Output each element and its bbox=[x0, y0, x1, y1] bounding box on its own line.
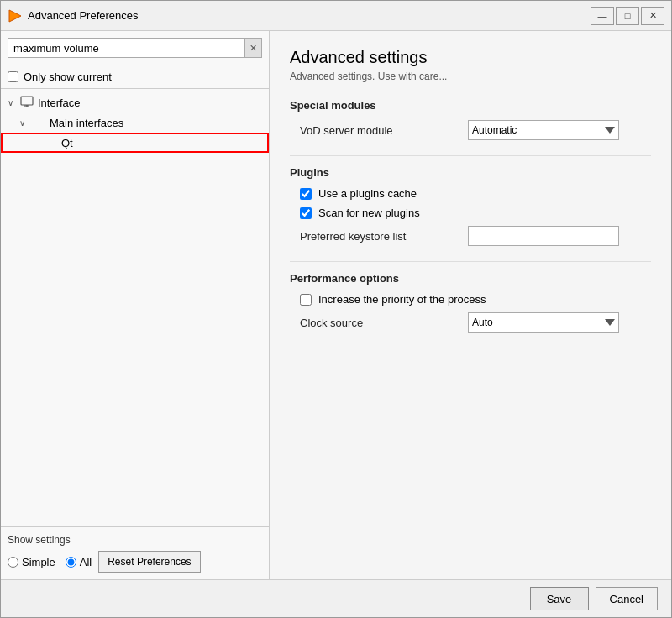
radio-simple-label: Simple bbox=[22, 556, 55, 568]
scan-new-plugins-row: Scan for new plugins bbox=[290, 207, 651, 219]
svg-marker-0 bbox=[9, 10, 21, 22]
footer: Save Cancel bbox=[1, 579, 671, 617]
main-content: ✕ Only show current ∨ bbox=[1, 31, 671, 579]
increase-priority-label: Increase the priority of the process bbox=[318, 293, 486, 306]
right-panel: Advanced settings Advanced settings. Use… bbox=[270, 31, 671, 579]
search-clear-button[interactable]: ✕ bbox=[245, 38, 262, 58]
clock-source-label: Clock source bbox=[300, 317, 468, 329]
svg-rect-2 bbox=[21, 97, 33, 105]
tree-item-interface[interactable]: ∨ Interface bbox=[1, 92, 269, 113]
cancel-button[interactable]: Cancel bbox=[596, 587, 658, 610]
maximize-button[interactable]: □ bbox=[616, 7, 639, 25]
vod-server-row: VoD server module Automatic None Other bbox=[290, 120, 651, 140]
section-title-special-modules: Special modules bbox=[290, 99, 651, 112]
tree-item-qt[interactable]: Qt bbox=[1, 133, 269, 153]
keystore-input[interactable] bbox=[468, 226, 619, 246]
radio-all-label: All bbox=[80, 556, 92, 568]
clock-source-dropdown[interactable]: Auto System Monotonic bbox=[468, 312, 619, 333]
tree-item-main-interfaces[interactable]: ∨ Main interfaces bbox=[1, 113, 269, 133]
show-settings-label: Show settings bbox=[8, 534, 262, 546]
tree-label-interface: Interface bbox=[38, 97, 81, 109]
divider-2 bbox=[290, 261, 651, 262]
tree-area: ∨ Interface ∨ Main interfaces bbox=[1, 89, 269, 526]
section-performance: Performance options Increase the priorit… bbox=[290, 272, 651, 333]
radio-simple-input[interactable] bbox=[8, 557, 18, 568]
search-input[interactable] bbox=[8, 38, 245, 58]
keystore-label: Preferred keystore list bbox=[300, 230, 468, 243]
tree-arrow-main-interfaces: ∨ bbox=[19, 118, 31, 128]
scan-new-plugins-checkbox[interactable] bbox=[300, 207, 312, 219]
vod-server-label: VoD server module bbox=[300, 124, 468, 137]
bottom-left: Show settings Simple All Reset Preferenc… bbox=[1, 526, 269, 579]
right-panel-title: Advanced settings bbox=[290, 48, 651, 67]
section-title-performance: Performance options bbox=[290, 272, 651, 285]
right-panel-subtitle: Advanced settings. Use with care... bbox=[290, 71, 651, 82]
reset-preferences-button[interactable]: Reset Preferences bbox=[98, 551, 200, 573]
tree-label-qt: Qt bbox=[61, 137, 73, 149]
vod-server-control: Automatic None Other bbox=[468, 120, 651, 140]
minimize-button[interactable]: — bbox=[591, 7, 614, 25]
radio-all[interactable]: All bbox=[66, 556, 92, 568]
only-show-current-row: Only show current bbox=[1, 65, 269, 89]
tree-arrow-interface: ∨ bbox=[8, 98, 19, 107]
app-icon bbox=[8, 8, 23, 24]
save-button[interactable]: Save bbox=[530, 587, 589, 610]
left-panel: ✕ Only show current ∨ bbox=[1, 31, 270, 579]
tree-label-main-interfaces: Main interfaces bbox=[50, 117, 123, 129]
only-show-current-label: Only show current bbox=[24, 71, 112, 83]
main-interfaces-icon bbox=[31, 115, 46, 130]
radio-all-input[interactable] bbox=[66, 557, 76, 568]
section-title-plugins: Plugins bbox=[290, 166, 651, 179]
increase-priority-row: Increase the priority of the process bbox=[290, 293, 651, 306]
show-settings-row: Simple All Reset Preferences bbox=[8, 551, 262, 573]
only-show-current-checkbox[interactable] bbox=[8, 71, 18, 82]
radio-group: Simple All bbox=[8, 556, 92, 568]
interface-icon bbox=[19, 95, 34, 110]
clock-source-control: Auto System Monotonic bbox=[468, 312, 651, 333]
window-title: Advanced Preferences bbox=[28, 9, 591, 22]
main-window: Advanced Preferences — □ ✕ ✕ Only show c… bbox=[0, 0, 672, 618]
use-plugins-cache-checkbox[interactable] bbox=[300, 188, 312, 200]
qt-icon bbox=[43, 135, 58, 150]
use-plugins-cache-label: Use a plugins cache bbox=[318, 187, 417, 200]
clock-source-row: Clock source Auto System Monotonic bbox=[290, 312, 651, 333]
titlebar: Advanced Preferences — □ ✕ bbox=[1, 1, 671, 31]
vod-server-dropdown[interactable]: Automatic None Other bbox=[468, 120, 619, 140]
keystore-control bbox=[468, 226, 651, 246]
close-button[interactable]: ✕ bbox=[641, 7, 664, 25]
divider-1 bbox=[290, 155, 651, 156]
scan-new-plugins-label: Scan for new plugins bbox=[318, 207, 420, 219]
increase-priority-checkbox[interactable] bbox=[300, 294, 312, 306]
section-special-modules: Special modules VoD server module Automa… bbox=[290, 99, 651, 140]
search-bar: ✕ bbox=[1, 31, 269, 65]
keystore-row: Preferred keystore list bbox=[290, 226, 651, 246]
use-plugins-cache-row: Use a plugins cache bbox=[290, 187, 651, 200]
window-controls: — □ ✕ bbox=[591, 7, 664, 25]
section-plugins: Plugins Use a plugins cache Scan for new… bbox=[290, 166, 651, 246]
radio-simple[interactable]: Simple bbox=[8, 556, 55, 568]
